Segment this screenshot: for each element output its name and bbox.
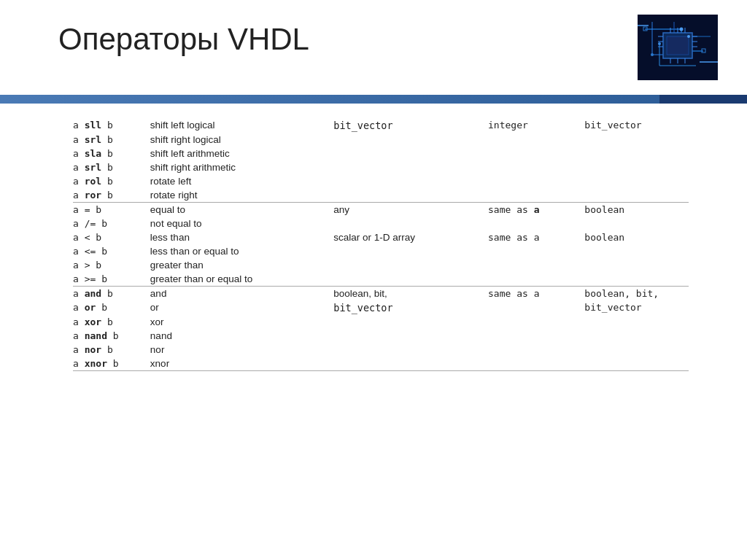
type2-cell — [488, 329, 584, 343]
type1-cell: any — [333, 203, 488, 217]
svg-point-25 — [680, 28, 684, 31]
type2-cell — [488, 357, 584, 371]
desc-cell: or — [150, 300, 333, 315]
type2-cell: same as a — [488, 230, 584, 244]
table-row: a = b equal to any same as a boolean — [73, 203, 689, 217]
logical-section: a and b and boolean, bit, same as a bool… — [73, 287, 689, 376]
table-row: a < b less than scalar or 1-D array same… — [73, 230, 689, 244]
type1-cell — [333, 315, 488, 329]
type2-cell — [488, 258, 584, 272]
type3-cell — [584, 174, 689, 188]
expr-cell: a or b — [73, 300, 150, 315]
type2-cell: same as a — [488, 203, 584, 217]
type3-cell — [584, 272, 689, 287]
desc-cell: rotate right — [150, 188, 333, 203]
desc-cell: shift right arithmetic — [150, 160, 333, 174]
table-row: a srl b shift right arithmetic — [73, 160, 689, 174]
type3-cell: bit_vector — [584, 300, 689, 315]
type1-cell: scalar or 1-D array — [333, 230, 488, 244]
expr-cell: a srl b — [73, 133, 150, 147]
main-content: a sll b shift left logical bit_vector in… — [0, 104, 747, 390]
type1-cell — [333, 160, 488, 174]
table-row: a xor b xor — [73, 315, 689, 329]
table-row: a sll b shift left logical bit_vector in… — [73, 118, 689, 133]
desc-cell: nor — [150, 343, 333, 357]
type2-cell — [488, 174, 584, 188]
type2-cell — [488, 160, 584, 174]
type3-cell — [584, 343, 689, 357]
expr-cell: a nor b — [73, 343, 150, 357]
expr-cell: a nand b — [73, 329, 150, 343]
desc-cell: greater than or equal to — [150, 272, 333, 287]
table-row: a sla b shift left arithmetic — [73, 147, 689, 160]
type1-cell: bit_vector — [333, 300, 488, 315]
type3-cell: bit_vector — [584, 118, 689, 133]
expr-cell: a rol b — [73, 174, 150, 188]
type1-cell — [333, 357, 488, 371]
type2-cell: same as a — [488, 287, 584, 301]
expr-cell: a = b — [73, 203, 150, 217]
type2-cell — [488, 217, 584, 230]
desc-cell: xnor — [150, 357, 333, 371]
desc-cell: less than — [150, 230, 333, 244]
type3-cell — [584, 188, 689, 203]
desc-cell: shift left logical — [150, 118, 333, 133]
expr-cell: a > b — [73, 258, 150, 272]
svg-point-28 — [651, 53, 654, 56]
type2-cell: integer — [488, 118, 584, 133]
type1-cell — [333, 244, 488, 258]
type1-cell — [333, 133, 488, 147]
expr-cell: a < b — [73, 230, 150, 244]
expr-cell: a xor b — [73, 315, 150, 329]
type3-cell: boolean — [584, 203, 689, 217]
type3-cell — [584, 217, 689, 230]
shift-section: a sll b shift left logical bit_vector in… — [73, 118, 689, 203]
type2-cell — [488, 272, 584, 287]
table-row: a nand b nand — [73, 329, 689, 343]
table-row: a or b or bit_vector bit_vector — [73, 300, 689, 315]
type3-cell — [584, 258, 689, 272]
expr-cell: a ror b — [73, 188, 150, 203]
desc-cell: nand — [150, 329, 333, 343]
type3-cell — [584, 315, 689, 329]
table-row: a /= b not equal to — [73, 217, 689, 230]
svg-rect-12 — [667, 36, 689, 55]
expr-cell: a srl b — [73, 160, 150, 174]
desc-cell: greater than — [150, 258, 333, 272]
desc-cell: not equal to — [150, 217, 333, 230]
table-row: a nor b nor — [73, 343, 689, 357]
type1-cell — [333, 174, 488, 188]
svg-point-26 — [658, 42, 661, 45]
expr-cell: a <= b — [73, 244, 150, 258]
table-row: a ror b rotate right — [73, 188, 689, 203]
table-row: a and b and boolean, bit, same as a bool… — [73, 287, 689, 301]
desc-cell: xor — [150, 315, 333, 329]
desc-cell: equal to — [150, 203, 333, 217]
expr-cell: a /= b — [73, 217, 150, 230]
type1-cell — [333, 217, 488, 230]
table-row: a <= b less than or equal to — [73, 244, 689, 258]
page-title: Операторы VHDL — [58, 15, 309, 57]
type3-cell: boolean, bit, — [584, 287, 689, 301]
type1-cell — [333, 188, 488, 203]
desc-cell: and — [150, 287, 333, 301]
type1-cell — [333, 329, 488, 343]
type3-cell — [584, 329, 689, 343]
table-row: a xnor b xnor — [73, 357, 689, 371]
expr-cell: a sll b — [73, 118, 150, 133]
type2-cell — [488, 147, 584, 160]
type1-cell: bit_vector — [333, 118, 488, 133]
type3-cell: boolean — [584, 230, 689, 244]
bottom-border-row — [73, 371, 689, 376]
type2-cell — [488, 315, 584, 329]
type2-cell — [488, 133, 584, 147]
type1-cell — [333, 147, 488, 160]
type3-cell — [584, 160, 689, 174]
desc-cell: shift left arithmetic — [150, 147, 333, 160]
type1-cell — [333, 343, 488, 357]
type2-cell — [488, 343, 584, 357]
type1-cell — [333, 258, 488, 272]
operators-table: a sll b shift left logical bit_vector in… — [73, 118, 689, 376]
desc-cell: shift right logical — [150, 133, 333, 147]
type2-cell — [488, 244, 584, 258]
